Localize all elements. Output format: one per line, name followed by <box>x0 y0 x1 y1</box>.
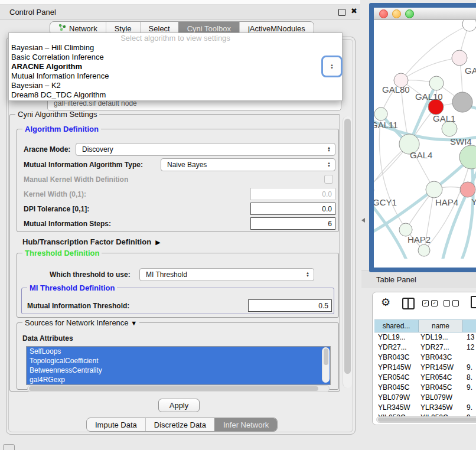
gear-icon[interactable]: ⚙ <box>381 296 390 309</box>
algorithm-dropdown-popup: Select algorithm to view settings Bayesi… <box>8 32 343 101</box>
table-cell: YLR345W <box>418 403 462 413</box>
minimize-window-icon[interactable] <box>392 9 401 18</box>
algorithm-combo-button[interactable]: ▲▼ <box>321 56 343 77</box>
table-hscrollbar-thumb[interactable] <box>378 418 476 422</box>
table-cell: YBR045C <box>418 383 462 393</box>
network-canvas[interactable]: GALGAL80GAL10GAL1GAL11SWI4GAL4GCY1HAP4YH… <box>374 20 476 259</box>
aracne-mode-select[interactable]: Discovery ▲▼ <box>76 143 335 156</box>
application-root: Control Panel ✖ NetworkStyleSelectCyni T… <box>0 0 476 450</box>
table-cell: YER054C <box>418 373 462 383</box>
network-node-gal11[interactable] <box>374 107 387 120</box>
which-threshold-select[interactable]: MI Threshold ▲▼ <box>139 268 314 281</box>
table-cell: 8. <box>462 373 476 383</box>
network-node-gal[interactable] <box>452 50 467 66</box>
table-row[interactable]: YLR345WYLR345W9. <box>374 403 476 413</box>
tab-label: Style <box>115 24 132 33</box>
dpi-tolerance-field[interactable]: 0.0 <box>250 203 335 215</box>
algorithm-definition-title: Algorithm Definition <box>22 125 101 133</box>
table-cell: YLR345W <box>374 403 418 413</box>
float-panel-icon[interactable] <box>338 9 345 16</box>
network-node[interactable] <box>462 20 476 31</box>
deselect-all-icon[interactable] <box>444 300 459 306</box>
attribute-item-selfloops[interactable]: SelfLoops <box>27 347 330 356</box>
table-cell: YPR145W <box>374 363 418 373</box>
tab-discretize-data[interactable]: Discretize Data <box>145 418 214 431</box>
apply-button[interactable]: Apply <box>158 399 200 412</box>
collapsed-arrow-icon[interactable]: ▶ <box>155 239 160 246</box>
column-header-shared[interactable]: shared... <box>374 319 419 332</box>
tab-label: Discretize Data <box>154 420 206 429</box>
attribute-item-gal4rgexp[interactable]: gal4RGexp <box>27 375 330 384</box>
mi-threshold-label: Mutual Information Threshold: <box>27 302 129 310</box>
mi-threshold-group-title: MI Threshold Definition <box>27 283 117 292</box>
table-row[interactable]: YBL079WYBL079W <box>374 393 476 403</box>
mi-algorithm-type-select[interactable]: Naive Bayes ▲▼ <box>161 158 335 171</box>
attributes-list-scrollbar[interactable] <box>322 347 330 383</box>
algorithm-dropdown-placeholder: Select algorithm to view settings <box>9 33 342 43</box>
column-header-partial[interactable]: A <box>463 319 476 332</box>
table-row[interactable]: YDR27...YDR27...12 <box>374 343 476 353</box>
attributes-list-scrollbar-thumb[interactable] <box>324 348 328 365</box>
network-node-label: HAP4 <box>435 197 458 207</box>
network-node-hap4[interactable] <box>426 181 442 198</box>
manual-kernel-width-label: Manual Kernel Width Definition <box>24 175 128 184</box>
attribute-item-topologicalcoefficient[interactable]: TopologicalCoefficient <box>27 356 330 366</box>
algorithm-option-bayesian-k2[interactable]: Bayesian – K2 <box>9 81 342 90</box>
split-columns-icon[interactable] <box>402 298 415 309</box>
zoom-window-icon[interactable] <box>405 9 414 18</box>
panel-corner-chip[interactable] <box>3 444 15 450</box>
kernel-width-field[interactable]: 0.0 <box>250 188 335 200</box>
network-node-label: GAL11 <box>374 120 398 130</box>
algorithm-option-mutual-information-inference[interactable]: Mutual Information Inference <box>9 71 342 81</box>
data-attributes-list[interactable]: SelfLoopsTopologicalCoefficientBetweenne… <box>26 346 331 385</box>
network-node-label: HAP2 <box>407 234 431 244</box>
column-header-name[interactable]: name <box>419 319 463 332</box>
spinner-arrows-icon: ▲▼ <box>302 272 314 278</box>
network-node-label: GAL1 <box>433 113 455 123</box>
mi-steps-field[interactable]: 6 <box>250 217 335 230</box>
settings-scrollbar-thumb[interactable] <box>344 119 351 374</box>
close-window-icon[interactable] <box>379 9 388 18</box>
table-row[interactable]: YPR145WYPR145W9. <box>374 363 476 373</box>
tab-impute-data[interactable]: Impute Data <box>87 418 145 431</box>
attributes-hscrollbar[interactable] <box>27 385 330 392</box>
attributes-hscrollbar-thumb[interactable] <box>29 386 318 391</box>
table-panel-title: Table Panel <box>376 275 416 284</box>
data-attributes-label: Data Attributes <box>22 334 73 343</box>
table-row[interactable]: YER054CYER054C8. <box>374 373 476 383</box>
network-node[interactable] <box>452 92 472 112</box>
tab-label: Network <box>69 24 97 33</box>
mi-threshold-field[interactable]: 0.5 <box>248 299 332 312</box>
tab-label: Infer Network <box>223 420 269 429</box>
network-node[interactable] <box>418 244 430 256</box>
top-strip <box>0 0 360 5</box>
sources-group-title: Sources for Network Inference ▼ <box>22 318 139 327</box>
algorithm-option-basic-correlation-inference[interactable]: Basic Correlation Inference <box>9 53 342 62</box>
network-node-gal10[interactable] <box>429 76 444 90</box>
table-cell: YDL19... <box>418 332 462 343</box>
algorithm-option-dream8-dc-tdc-algorithm[interactable]: Dream8 DC_TDC Algorithm <box>9 90 342 100</box>
document-icon[interactable] <box>471 296 476 308</box>
which-threshold-label: Which threshold to use: <box>50 270 131 279</box>
select-all-icon[interactable]: ✓✓ <box>422 300 438 306</box>
settings-scrollbar[interactable] <box>343 116 352 388</box>
spinner-arrows-icon: ▲▼ <box>323 162 335 168</box>
close-panel-icon[interactable]: ✖ <box>351 6 357 15</box>
table-cell: YER054C <box>374 373 418 383</box>
table-row[interactable]: YBR043CYBR043C <box>374 353 476 363</box>
table-cell: YDL19... <box>374 332 418 343</box>
network-window-titlebar[interactable] <box>374 8 476 20</box>
table-cell: 9. <box>462 363 476 373</box>
table-hscrollbar[interactable] <box>376 416 476 423</box>
network-node-label: GCY1 <box>374 197 397 207</box>
algorithm-option-aracne-algorithm[interactable]: ARACNE Algorithm <box>9 62 342 71</box>
network-node-y[interactable] <box>460 182 475 197</box>
hub-section-label[interactable]: Hub/Transcription Factor Definition ▶ <box>22 237 161 246</box>
table-row[interactable]: YBR045CYBR045C9. <box>374 383 476 393</box>
attribute-item-betweennesscentrality[interactable]: BetweennessCentrality <box>27 366 330 375</box>
table-row[interactable]: YDL19...YDL19...13 <box>374 332 476 343</box>
algorithm-option-bayesian-hill-climbing[interactable]: Bayesian – Hill Climbing <box>9 43 342 53</box>
manual-kernel-width-checkbox[interactable] <box>324 175 333 184</box>
tab-infer-network[interactable]: Infer Network <box>214 418 277 431</box>
expanded-arrow-icon[interactable]: ▼ <box>131 319 137 327</box>
